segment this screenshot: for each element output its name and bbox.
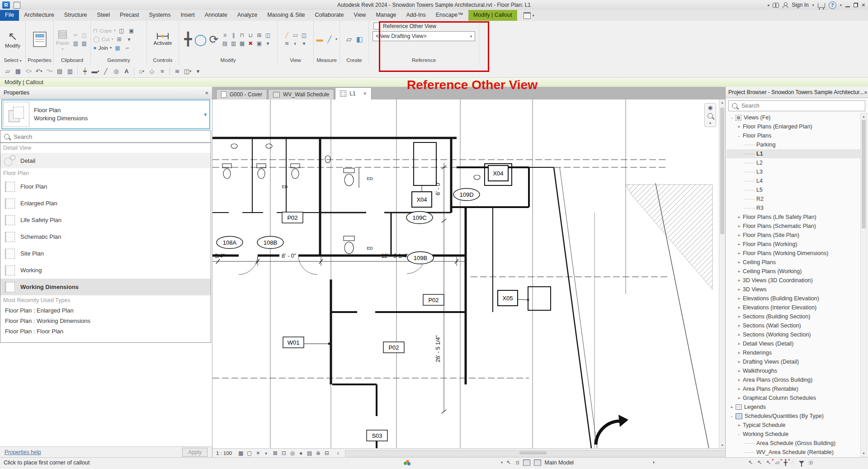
export-icon[interactable]: ▥: [65, 67, 75, 76]
tag-108a[interactable]: 108A: [217, 237, 243, 249]
hide-icon[interactable]: ◫: [300, 31, 308, 39]
aligned-dimension-icon[interactable]: ┿: [80, 67, 90, 76]
ribbon-tab-insert[interactable]: Insert: [175, 10, 199, 21]
collapse-search-icon[interactable]: ◂: [767, 3, 769, 7]
type-item-site-plan[interactable]: Site Plan: [0, 245, 211, 262]
measure-more-icon[interactable]: ▾: [335, 37, 337, 41]
sign-in-button[interactable]: Sign In: [792, 2, 808, 8]
reference-other-view-checkbox[interactable]: [373, 23, 380, 29]
type-item-floor-plan-enlarged-plan[interactable]: Floor Plan : Enlarged Plan: [0, 305, 211, 316]
tag-p02[interactable]: P02: [282, 212, 303, 223]
ribbon-tab-view[interactable]: View: [349, 10, 371, 21]
design-option-caret-icon[interactable]: ▾: [653, 460, 655, 464]
paste-special-icon[interactable]: ▨: [80, 39, 88, 47]
drawing-area[interactable]: G000 - CoverWV_Wall ScheduleL1×: [212, 87, 725, 458]
reference-view-dropdown[interactable]: <New Drafting View> ▾: [373, 31, 475, 41]
design-options-icon[interactable]: [534, 460, 541, 466]
type-item-detail[interactable]: Detail: [0, 153, 211, 168]
tag-w01[interactable]: W01: [283, 337, 304, 348]
expand-icon[interactable]: +: [736, 377, 741, 383]
expand-icon[interactable]: +: [736, 332, 741, 337]
tree-item-l5[interactable]: L5: [726, 185, 861, 194]
type-item-working[interactable]: Working: [0, 262, 211, 279]
text-icon[interactable]: A: [122, 67, 132, 76]
tree-item-area-plans-rentable[interactable]: +Area Plans (Rentable): [726, 384, 861, 393]
select-underlay-icon[interactable]: ↖: [757, 459, 762, 466]
tree-item-sections-wall-section[interactable]: +Sections (Wall Section): [726, 321, 861, 330]
ribbon-tab-modify-callout[interactable]: Modify | Callout: [468, 10, 517, 21]
expand-icon[interactable]: +: [736, 214, 741, 220]
temporary-view-icon[interactable]: ▤: [305, 450, 314, 456]
tree-item-detail-views-detail[interactable]: +Detail Views (Detail): [726, 339, 861, 348]
tree-item-area-plans-gross-building[interactable]: +Area Plans (Gross Building): [726, 375, 861, 384]
tag-109b[interactable]: 109B: [407, 252, 434, 264]
move-icon[interactable]: ╋: [184, 33, 192, 46]
expand-icon[interactable]: +: [736, 287, 741, 292]
search-binoculars-icon[interactable]: [773, 3, 779, 7]
properties-close-icon[interactable]: ×: [205, 90, 208, 96]
project-browser-close-icon[interactable]: ×: [864, 89, 868, 96]
type-item-floor-plan-working-dimensions[interactable]: Floor Plan : Working Dimensions: [0, 316, 211, 326]
visual-style-icon[interactable]: ▢: [245, 450, 254, 456]
section-marker-icon[interactable]: ◇: [147, 67, 157, 76]
tree-item-sections-building-section[interactable]: +Sections (Building Section): [726, 312, 861, 321]
tree-item-walkthroughs[interactable]: +Walkthroughs: [726, 366, 861, 375]
expand-icon[interactable]: +: [736, 278, 741, 283]
tree-item-working-schedule[interactable]: -Working Schedule: [726, 430, 861, 439]
sync-icon[interactable]: ⟲▾: [24, 67, 33, 76]
tag-p02[interactable]: P02: [423, 294, 444, 305]
rotate-icon[interactable]: ⟳: [209, 33, 218, 46]
minimize-button[interactable]: [845, 6, 850, 7]
sun-path-icon[interactable]: ☀: [254, 450, 262, 456]
ribbon-tab-architecture[interactable]: Architecture: [19, 10, 59, 21]
tag-icon[interactable]: ◎: [111, 67, 121, 76]
tree-item-l4[interactable]: L4: [726, 176, 861, 185]
type-item-floor-plan[interactable]: Floor Plan: [0, 178, 211, 195]
save-icon[interactable]: ▦: [13, 67, 23, 76]
split-icon[interactable]: ⊞: [255, 31, 263, 39]
type-item-enlarged-plan[interactable]: Enlarged Plan: [0, 195, 211, 212]
tree-item-r2[interactable]: R2: [726, 194, 861, 204]
expand-icon[interactable]: +: [736, 350, 741, 355]
ribbon-tab-manage[interactable]: Manage: [371, 10, 401, 21]
create-group-icon[interactable]: ▱: [345, 35, 353, 43]
undo-icon[interactable]: ↶▾: [34, 67, 44, 76]
pin-icon[interactable]: ▥: [229, 39, 237, 47]
shadows-icon[interactable]: ◐: [262, 450, 271, 456]
linework-icon[interactable]: ╱: [283, 31, 291, 39]
properties-toggle-button[interactable]: [33, 32, 47, 47]
tree-item-elevations-building-elevation[interactable]: +Elevations (Building Elevation): [726, 294, 861, 303]
crop-view-icon[interactable]: ⊠: [271, 450, 279, 456]
offset-circles-icon[interactable]: ◯: [194, 33, 207, 46]
redo-icon[interactable]: ↷▾: [44, 67, 54, 76]
steering-wheel-icon[interactable]: ◉: [708, 105, 712, 110]
join-tool[interactable]: ●Join▾ ▦⌐: [93, 44, 132, 52]
constraints-icon[interactable]: ⊟: [322, 450, 331, 456]
selection-set-icon[interactable]: ◌: [792, 460, 795, 466]
reveal-hidden-icon[interactable]: ●: [297, 450, 305, 456]
measure-line-icon[interactable]: ╱: [326, 35, 333, 43]
trim-icon[interactable]: ⊓: [238, 31, 246, 39]
browser-search-input[interactable]: [741, 102, 862, 109]
tree-item-legends[interactable]: +Legends: [726, 403, 861, 412]
type-selector[interactable]: Floor Plan Working Dimensions ▾: [1, 99, 210, 129]
tree-item-l3[interactable]: L3: [726, 167, 861, 176]
tag-s03[interactable]: S03: [367, 430, 387, 441]
type-item-life-safety-plan[interactable]: Life Safety Plan: [0, 212, 211, 228]
view-tab-l1[interactable]: L1×: [335, 87, 371, 99]
extend-icon[interactable]: ⊔: [246, 31, 255, 39]
customize-qat-icon[interactable]: ▾: [193, 67, 203, 76]
unpin-icon[interactable]: ▦: [238, 39, 246, 47]
document-icon[interactable]: [14, 2, 20, 9]
open-icon[interactable]: ▱: [3, 67, 13, 76]
tree-item-parking[interactable]: Parking: [726, 140, 861, 149]
browser-scroll-up-icon[interactable]: ▴: [861, 114, 867, 118]
copy-modify-icon[interactable]: ▣: [255, 39, 263, 47]
dimension-text[interactable]: 3/4": [215, 253, 225, 259]
ribbon-tab-annotate[interactable]: Annotate: [200, 10, 232, 21]
delete-icon[interactable]: ✖: [246, 39, 255, 47]
worksets-caret-icon[interactable]: ▾: [501, 460, 503, 464]
tree-item-views-fe[interactable]: -Views (Fe): [726, 113, 861, 122]
sign-in-caret-icon[interactable]: ▾: [812, 3, 814, 7]
ribbon-display-toggle-icon[interactable]: [524, 12, 531, 19]
